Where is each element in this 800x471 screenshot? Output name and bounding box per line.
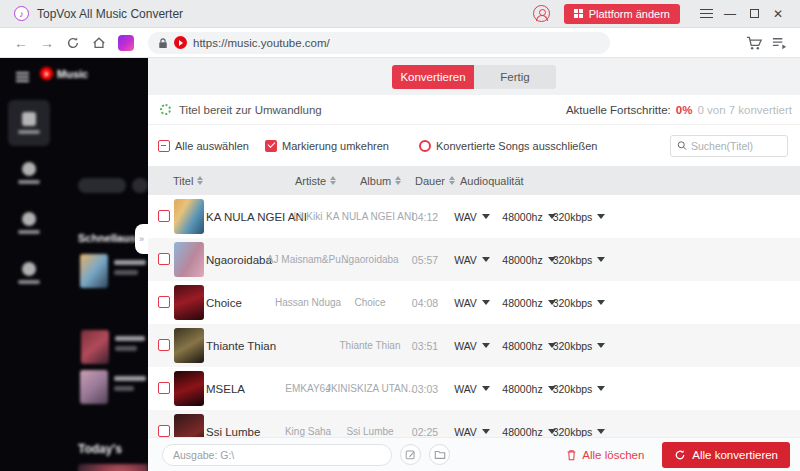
lock-icon [158, 37, 168, 49]
track-thumbnail [174, 242, 204, 277]
convert-icon [674, 449, 686, 461]
format-dropdown[interactable]: WAV [444, 367, 500, 410]
chevron-down-icon [597, 214, 605, 219]
header-album[interactable]: Album [360, 166, 401, 195]
exclude-converted-button[interactable]: Konvertierte Songs ausschließen [419, 140, 597, 152]
invert-checkbox-icon [265, 140, 277, 152]
row-checkbox[interactable] [158, 425, 170, 437]
delete-all-label: Alle löschen [582, 449, 644, 461]
address-bar[interactable]: https://music.youtube.com/ [148, 32, 610, 54]
forward-icon[interactable]: → [34, 35, 60, 51]
url-text: https://music.youtube.com/ [193, 37, 330, 49]
select-all-label: Alle auswählen [175, 140, 249, 152]
ytm-track-text [114, 260, 146, 265]
chevron-down-icon [482, 386, 490, 391]
bitrate-dropdown[interactable]: 320kbps [544, 367, 614, 410]
header-artiste[interactable]: Artiste [295, 166, 336, 195]
close-button[interactable]: ✕ [766, 7, 790, 21]
row-checkbox[interactable] [158, 382, 170, 394]
ytm-thumbnail [80, 370, 108, 404]
bitrate-dropdown[interactable]: 320kbps [544, 324, 614, 367]
refresh-icon[interactable] [60, 36, 86, 50]
track-row[interactable]: Choice Hassan Nduga Choice 04:08 WAV 480… [148, 281, 800, 324]
track-row[interactable]: KA NULA NGEI ANI Lil Kiki KA NULA NGEI A… [148, 195, 800, 238]
youtube-site-icon [174, 36, 187, 49]
tab-konvertieren[interactable]: Konvertieren [392, 65, 474, 89]
track-thumbnail [174, 328, 204, 363]
row-checkbox[interactable] [158, 339, 170, 351]
account-icon[interactable] [533, 5, 550, 22]
output-path-field[interactable]: Ausgabe: G:\ [162, 444, 392, 466]
ready-status-text: Titel bereit zur Umwandlung [179, 104, 322, 116]
ytm-logo: Music [40, 67, 88, 80]
sort-icon [395, 176, 401, 185]
progress-detail: 0 von 7 konvertiert [697, 104, 792, 116]
sort-icon [330, 176, 336, 185]
format-dropdown[interactable]: WAV [444, 324, 500, 367]
browser-toolbar: ← → https://music.youtube.com/ [0, 28, 800, 58]
row-checkbox[interactable] [158, 296, 170, 308]
exclude-converted-label: Konvertierte Songs ausschließen [436, 140, 597, 152]
footer-bar: Ausgabe: G:\ Alle löschen Alle konvertie… [148, 437, 800, 471]
tab-bar: Konvertieren Fertig [148, 58, 800, 95]
track-row[interactable]: MSELA EMKAY64 UKINISKIZA UTAN... 03:03 W… [148, 367, 800, 410]
header-titel[interactable]: Titel [173, 166, 203, 195]
format-dropdown[interactable]: WAV [444, 238, 500, 281]
ytm-chip [78, 178, 126, 193]
cart-icon[interactable] [746, 35, 763, 51]
invert-selection-button[interactable]: Markierung umkehren [265, 140, 389, 152]
trash-icon [566, 449, 577, 461]
loading-spinner-icon [160, 104, 171, 115]
extension-app-icon[interactable] [118, 35, 134, 51]
edit-icon [405, 449, 416, 460]
search-input[interactable] [691, 140, 781, 152]
format-dropdown[interactable]: WAV [444, 195, 500, 238]
ytm-nav-upgrade [8, 250, 50, 296]
edit-output-button[interactable] [400, 444, 421, 465]
window-title: TopVox All Music Converter [37, 7, 183, 21]
bitrate-dropdown[interactable]: 320kbps [544, 281, 614, 324]
row-checkbox[interactable] [158, 210, 170, 222]
open-folder-button[interactable] [429, 444, 450, 465]
row-checkbox[interactable] [158, 253, 170, 265]
menu-icon[interactable] [694, 9, 718, 19]
playlist-icon[interactable] [771, 35, 788, 51]
maximize-button[interactable] [742, 7, 766, 21]
chevron-down-icon [482, 429, 490, 434]
converter-panel: Konvertieren Fertig Titel bereit zur Umw… [148, 58, 800, 471]
track-thumbnail [174, 414, 204, 437]
ytm-menu-icon [16, 72, 29, 82]
tab-fertig[interactable]: Fertig [474, 65, 556, 89]
track-row[interactable]: Thiante Thian Thiante Thian 03:51 WAV 48… [148, 324, 800, 367]
home-icon[interactable] [86, 36, 112, 50]
chevron-down-icon [597, 300, 605, 305]
invert-selection-label: Markierung umkehren [282, 140, 389, 152]
track-thumbnail [174, 371, 204, 406]
format-dropdown[interactable]: WAV [444, 410, 500, 437]
track-row[interactable]: Ngaoroidaba AJ Maisnam&Pu... Ngaoroidaba… [148, 238, 800, 281]
delete-all-button[interactable]: Alle löschen [566, 449, 644, 461]
track-row[interactable]: Ssi Lumbe King Saha Ssi Lumbe 02:25 WAV … [148, 410, 800, 437]
minimize-button[interactable]: — [718, 7, 742, 21]
ytm-play-icon [40, 67, 53, 80]
sort-icon [449, 176, 455, 185]
ytm-chip [132, 178, 148, 193]
bitrate-dropdown[interactable]: 320kbps [544, 195, 614, 238]
change-platform-button[interactable]: Plattform ändern [564, 4, 680, 24]
status-row: Titel bereit zur Umwandlung Aktuelle For… [148, 95, 800, 125]
header-dauer[interactable]: Dauer [415, 166, 455, 195]
format-dropdown[interactable]: WAV [444, 281, 500, 324]
folder-icon [434, 449, 446, 460]
table-header: Titel Artiste Album Dauer Audioqualität [148, 166, 800, 195]
convert-all-button[interactable]: Alle konvertieren [662, 442, 790, 468]
ytm-nav-home [8, 100, 50, 146]
ytm-sidebar [8, 100, 50, 300]
search-box[interactable] [670, 135, 788, 157]
back-icon[interactable]: ← [8, 35, 34, 51]
bitrate-dropdown[interactable]: 320kbps [544, 238, 614, 281]
chevron-right-icon: » [139, 234, 144, 244]
bitrate-dropdown[interactable]: 320kbps [544, 410, 614, 437]
ytm-thumbnail [81, 330, 109, 364]
ytm-nav-explore [8, 150, 50, 196]
select-all-button[interactable]: Alle auswählen [158, 140, 249, 152]
